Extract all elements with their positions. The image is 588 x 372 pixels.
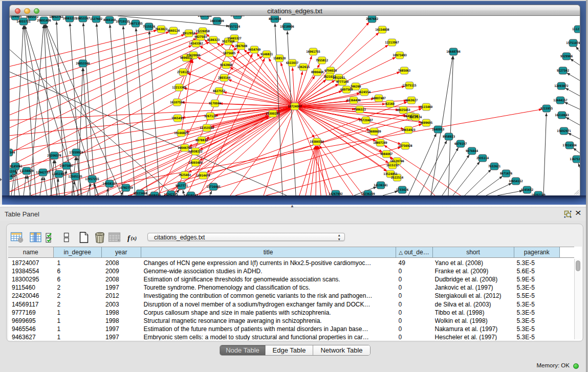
- table-scrollbar-thumb[interactable]: [576, 260, 580, 271]
- graph-edge: [497, 191, 523, 195]
- delete-icon[interactable]: [93, 231, 107, 244]
- graph-node-label: 9084067: [380, 152, 393, 156]
- graph-node-label: 16154838: [375, 28, 389, 31]
- edge-arrowhead: [25, 26, 27, 29]
- graph-node-label: 8990448: [311, 70, 323, 74]
- table-row[interactable]: 946362711997Embryonic stem cells: a mode…: [8, 333, 582, 340]
- graph-edge: [110, 24, 123, 195]
- graph-node-label: 17016504: [562, 143, 577, 147]
- window-title-bar[interactable]: citations_edges.txt: [9, 5, 580, 16]
- graph-node-label: 11156829: [19, 169, 34, 172]
- collapse-panel-arrow-icon[interactable]: [0, 178, 2, 181]
- select-columns-icon[interactable]: [29, 231, 43, 244]
- graph-node-label: 14093489: [188, 161, 203, 164]
- network-canvas[interactable]: 2104455140557219605572206914061805276216…: [9, 16, 580, 195]
- edge-arrowhead: [274, 23, 276, 27]
- column-header-out_de[interactable]: △out_de…: [396, 247, 433, 258]
- graph-node-label: 14136141: [374, 183, 388, 187]
- graph-node-label: 11242375: [164, 192, 178, 195]
- graph-node-label: 7515526: [143, 25, 155, 28]
- graph-node-label: 1362615: [297, 65, 310, 69]
- table-cell: Nakamura et al. (1997): [435, 325, 513, 333]
- window-resize-grip[interactable]: [574, 189, 579, 195]
- graph-edge: [543, 113, 547, 195]
- edge-arrowhead: [41, 177, 43, 180]
- graph-node-label: 9660124: [167, 29, 180, 32]
- edge-arrowhead: [89, 183, 91, 187]
- column-header-title[interactable]: title: [141, 247, 396, 258]
- table-cell: 0: [399, 275, 432, 283]
- graph-node-label: 2867608: [235, 44, 247, 48]
- edge-arrowhead: [291, 67, 294, 71]
- column-header-short[interactable]: short: [433, 247, 514, 258]
- table-cell: 0: [399, 333, 432, 340]
- column-header-filler: [560, 247, 574, 258]
- table-selector-value: citations_edges.txt: [154, 234, 205, 241]
- delete-table-icon[interactable]: [107, 231, 122, 244]
- table-row[interactable]: 911546021997Tourette syndrome. Phenomeno…: [8, 283, 582, 292]
- table-cell: 49: [399, 259, 432, 267]
- table-cell: 0: [399, 283, 432, 292]
- graph-edge: [10, 35, 185, 90]
- table-selector-dropdown[interactable]: citations_edges.txt ▲▼: [147, 233, 345, 241]
- edge-arrowhead: [257, 53, 260, 57]
- graph-node-label: 10975887: [59, 164, 74, 167]
- graph-node-label: 8878832: [195, 138, 208, 142]
- node-table[interactable]: namein_degreeyeartitle△out_de…shortpager…: [8, 247, 582, 340]
- table-row[interactable]: 969969511998Structural magnetic resonanc…: [8, 317, 582, 325]
- table-row[interactable]: 2242004622012Investigating the contribut…: [8, 292, 582, 300]
- table-row[interactable]: 946554611997Estimation of the future num…: [8, 325, 582, 333]
- table-row[interactable]: 1872400712008Changes of HCN gene express…: [8, 259, 582, 267]
- graph-node-label: 14145061: [10, 164, 23, 168]
- graph-edge: [442, 155, 469, 195]
- tab-network-table[interactable]: Network Table: [313, 345, 370, 355]
- column-header-label: out_de…: [404, 249, 429, 256]
- graph-node-label: 15720407: [359, 118, 373, 122]
- new-document-icon[interactable]: [77, 231, 91, 244]
- graph-node-label: 7357224: [228, 25, 241, 28]
- table-cell: 6: [57, 275, 101, 283]
- graph-node-label: 1615152: [386, 163, 399, 167]
- table-row[interactable]: 977716911998Corpus callosum shape and si…: [8, 309, 582, 317]
- graph-node-label: 14267892: [329, 192, 343, 195]
- citation-network-graph[interactable]: 2104455140557219605572206914061805276216…: [10, 16, 580, 195]
- edge-arrowhead: [122, 26, 125, 29]
- column-header-pagerank[interactable]: pagerank: [514, 247, 560, 258]
- column-header-label: short: [466, 249, 480, 256]
- table-row[interactable]: 1830029562008Estimation of significance …: [8, 275, 582, 283]
- graph-node-label: 16983215: [62, 16, 77, 20]
- graph-edge: [207, 106, 295, 173]
- show-column-settings-icon[interactable]: [10, 231, 24, 244]
- close-panel-icon[interactable]: ✕: [575, 209, 581, 217]
- tab-edge-table[interactable]: Edge Table: [266, 345, 313, 355]
- table-cell: 1: [57, 309, 101, 317]
- tab-node-table[interactable]: Node Table: [220, 345, 266, 355]
- table-row[interactable]: 1456911722003Disruption of a novel membe…: [8, 300, 582, 309]
- window-title: citations_edges.txt: [10, 7, 580, 15]
- table-cell: 22420046: [12, 292, 53, 300]
- column-header-in_degree[interactable]: in_degree: [54, 247, 102, 258]
- column-header-name[interactable]: name: [8, 247, 54, 258]
- float-panel-icon[interactable]: [564, 210, 572, 218]
- table-cell: Estimation of significance thresholds fo…: [144, 275, 395, 283]
- graph-node-label: 9242848: [220, 63, 232, 67]
- graph-edge: [10, 106, 295, 169]
- graph-node-label: 13561427: [10, 174, 16, 178]
- column-header-year[interactable]: year: [102, 247, 141, 258]
- graph-edge: [233, 56, 295, 106]
- memory-status-indicator[interactable]: [573, 363, 579, 369]
- edge-arrowhead: [573, 148, 577, 151]
- graph-node-label: 9827503: [194, 35, 207, 38]
- table-cell: Structural magnetic resonance image aver…: [144, 317, 395, 325]
- table-row[interactable]: 1938455462009Genome-wide association stu…: [8, 267, 582, 275]
- function-builder-icon[interactable]: f (x): [126, 231, 141, 244]
- graph-node-label: 12213967: [385, 40, 399, 44]
- select-all-icon[interactable]: [43, 231, 58, 244]
- table-cell: 1998: [105, 317, 140, 325]
- table-scrollbar[interactable]: [574, 259, 581, 339]
- edge-arrowhead: [209, 191, 212, 194]
- table-cell: 1: [57, 325, 101, 333]
- graph-node-label: 19654923: [401, 128, 416, 132]
- clear-selection-icon[interactable]: [59, 231, 74, 244]
- graph-node-label: 12505135: [68, 174, 82, 178]
